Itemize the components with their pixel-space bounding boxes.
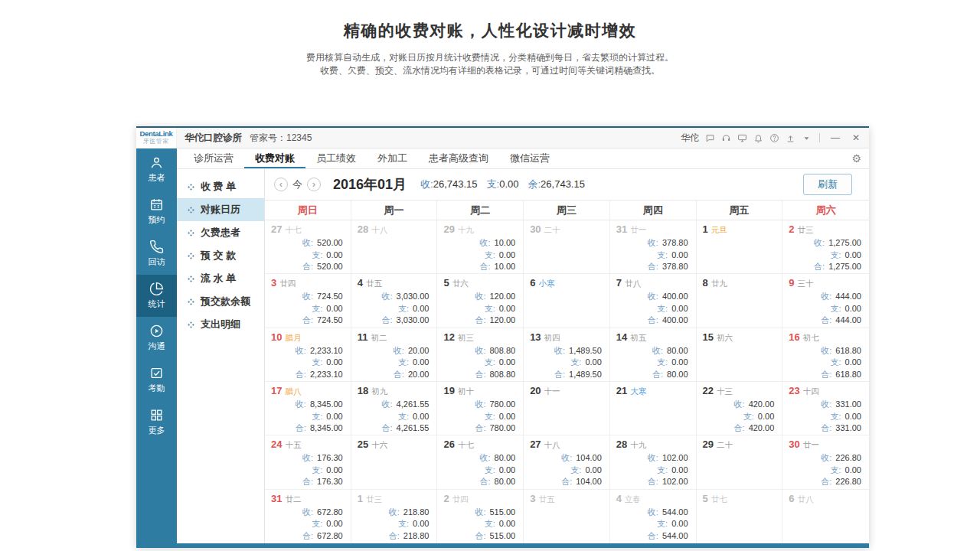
calendar-cell-18[interactable]: 14初五收:80.00支:0.00合:80.00 [610,328,697,382]
submenu-item-1[interactable]: 对账日历 [177,198,264,221]
lunar-label: 十八 [544,440,560,451]
current-user[interactable]: 华佗 [681,132,699,145]
lunar-label: 廿三 [798,225,814,236]
amount-line: 收:3,030.00 [358,291,430,303]
calendar-cell-23[interactable]: 19初十收:780.00支:0.00合:780.00 [437,382,524,435]
day-number: 30 [530,223,541,235]
submenu: 收 费 单对账日历欠费患者预 交 款流 水 单预交款余额支出明细 [177,169,265,543]
submenu-item-label: 欠费患者 [201,226,240,240]
tab-3[interactable]: 外加工 [367,148,418,168]
calendar-cell-17[interactable]: 13初四收:1,489.50支:0.00合:1,489.50 [524,328,610,382]
calendar-cell-0[interactable]: 27十七收:520.00支:0.00合:520.00 [265,220,351,274]
calendar-cell-2[interactable]: 29十九收:10.00支:0.00合:10.00 [437,220,524,274]
submenu-item-4[interactable]: 流 水 单 [177,267,264,290]
calendar-cell-35[interactable]: 31廿二收:672.80支:0.00合:672.80 [265,490,351,543]
amount-line: 支:0.00 [789,357,861,369]
sidebar-item-label: 回访 [149,256,165,268]
calendar-cell-3[interactable]: 30二十 [524,220,610,274]
calendar-cell-5[interactable]: 1元旦 [697,220,783,274]
amount-line: 支:0.00 [358,518,430,530]
submenu-item-2[interactable]: 欠费患者 [177,221,264,244]
lunar-label: 元旦 [711,225,727,236]
amount-line: 合:420.00 [703,422,775,435]
tab-5[interactable]: 微信运营 [499,148,560,168]
tab-4[interactable]: 患者高级查询 [418,148,499,168]
calendar-cell-12[interactable]: 8廿九 [697,274,783,328]
today-button[interactable]: 今 [292,178,302,191]
calendar-cell-33[interactable]: 29二十 [697,435,783,489]
diamond-icon [187,298,195,306]
account-number: 管家号：12345 [250,132,312,145]
calendar-cell-26[interactable]: 22十三收:420.00支:0.00合:420.00 [697,382,783,435]
amount-line: 支:0.00 [616,249,688,262]
calendar-cell-28[interactable]: 24十五收:176.30支:0.00合:176.30 [265,435,351,489]
diamond-icon [187,229,195,237]
chat-icon[interactable] [705,133,715,143]
calendar-cell-36[interactable]: 1廿三收:218.80支:0.00合:218.80 [351,490,438,543]
sidebar-item-attendance[interactable]: 考勤 [136,359,177,401]
sidebar-item-patient[interactable]: 患者 [136,148,177,191]
calendar-cell-10[interactable]: 6小寒 [524,274,610,328]
calendar-cell-4[interactable]: 31廿一收:378.80支:0.00合:378.80 [610,220,697,274]
calendar-cell-41[interactable]: 6廿八 [782,490,869,543]
help-icon[interactable] [769,133,779,143]
monitor-icon[interactable] [737,133,747,143]
sidebar-item-appointment[interactable]: 预约 [136,191,177,233]
amount-line: 合:102.00 [616,476,688,488]
submenu-item-label: 支出明细 [201,318,240,331]
bell-icon[interactable] [753,133,763,143]
submenu-item-6[interactable]: 支出明细 [177,313,264,336]
headset-icon[interactable] [721,133,731,143]
sidebar-item-comm[interactable]: 沟通 [136,317,177,359]
calendar-cell-32[interactable]: 28十九收:102.00支:0.00合:102.00 [610,435,697,489]
calendar-cell-38[interactable]: 3廿五 [524,490,610,543]
calendar-cell-20[interactable]: 16初七收:618.80支:0.00合:618.80 [782,328,869,382]
tab-1[interactable]: 收费对账 [244,148,305,168]
minimize-button[interactable]: — [828,132,843,143]
calendar-cell-14[interactable]: 10腊月收:2,233.10支:0.00合:2,233.10 [265,328,351,382]
calendar-cell-22[interactable]: 18初九收:4,261.55支:0.00合:4,261.55 [351,382,438,435]
calendar-cell-31[interactable]: 27十八收:104.00支:0.00合:104.00 [524,435,610,489]
calendar-cell-27[interactable]: 23十四收:331.00支:0.00合:331.00 [782,382,869,435]
lunar-label: 十七 [285,225,301,236]
tab-2[interactable]: 员工绩效 [305,148,367,168]
calendar-cell-34[interactable]: 30廿一收:226.80支:0.00合:226.80 [782,435,869,489]
calendar-cell-6[interactable]: 2廿三收:1,275.00支:0.00合:1,275.00 [782,220,869,274]
calendar-cell-11[interactable]: 7廿八收:400.00支:0.00合:400.00 [610,274,697,328]
calendar-cell-24[interactable]: 20十一 [524,382,610,435]
day-number: 29 [703,439,714,450]
calendar-cell-8[interactable]: 4廿五收:3,030.00支:0.00合:3,030.00 [351,274,438,328]
sidebar-item-stats[interactable]: 统计 [136,275,177,317]
settings-gear-icon[interactable]: ⚙ [851,148,861,168]
calendar-cell-21[interactable]: 17腊八收:8,345.00支:0.00合:8,345.00 [265,382,351,435]
amount-line: 合:400.00 [616,315,688,327]
calendar-cell-13[interactable]: 9三十收:444.00支:0.00合:444.00 [782,274,869,328]
tab-0[interactable]: 诊所运营 [183,148,244,168]
sidebar-item-label: 患者 [149,172,165,184]
sidebar-item-more[interactable]: 更多 [136,401,177,443]
submenu-item-0[interactable]: 收 费 单 [177,175,264,198]
amount-line: 支:0.00 [616,357,688,369]
caret-down-icon[interactable] [802,133,812,143]
calendar-cell-25[interactable]: 21大寒 [610,382,697,435]
sidebar-item-callback[interactable]: 回访 [136,233,177,275]
calendar-cell-16[interactable]: 12初三收:808.80支:0.00合:808.80 [437,328,524,382]
next-month-button[interactable]: › [307,178,321,191]
calendar-cell-19[interactable]: 15初六 [697,328,783,382]
calendar-cell-39[interactable]: 4立春收:544.00支:0.00合:544.00 [610,490,697,543]
calendar-cell-29[interactable]: 25十六 [351,435,438,489]
calendar-cell-9[interactable]: 5廿六收:120.00支:0.00合:120.00 [437,274,524,328]
calendar-cell-15[interactable]: 11初二收:20.00支:0.00合:20.00 [351,328,438,382]
calendar-cell-30[interactable]: 26十七收:80.00支:0.00合:80.00 [437,435,524,489]
calendar-cell-1[interactable]: 28十八 [351,220,438,274]
close-button[interactable]: ✕ [849,132,863,143]
calendar-cell-40[interactable]: 5廿七 [697,490,783,543]
calendar-cell-37[interactable]: 2廿四收:515.00支:0.00合:515.00 [437,490,524,543]
upgrade-icon[interactable] [786,133,795,143]
submenu-item-5[interactable]: 预交款余额 [177,290,264,313]
prev-month-button[interactable]: ‹ [274,178,288,191]
submenu-item-3[interactable]: 预 交 款 [177,244,264,267]
calendar-cell-7[interactable]: 3廿四收:724.50支:0.00合:724.50 [265,274,351,328]
sidebar-item-label: 考勤 [149,383,165,394]
refresh-button[interactable]: 刷新 [803,174,852,195]
